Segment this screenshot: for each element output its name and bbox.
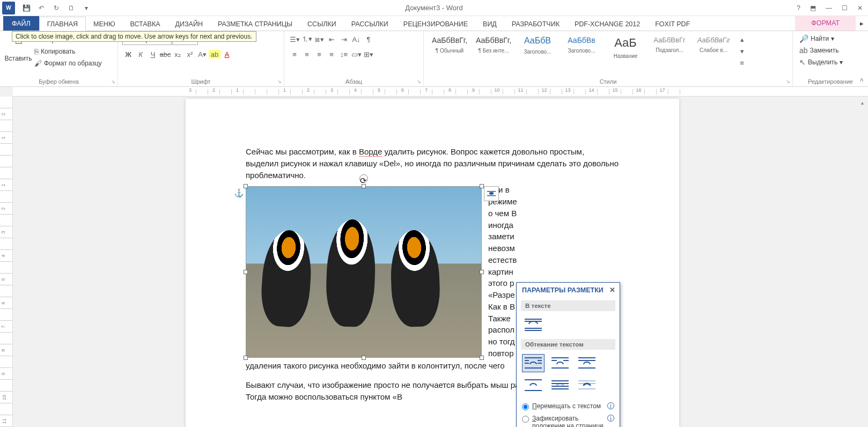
resize-handle-br[interactable]	[480, 356, 484, 360]
resize-handle-tr[interactable]	[480, 184, 484, 188]
style-item[interactable]: АаБбВвГг,¶ Без инте...	[472, 33, 515, 65]
redo-button[interactable]: ↻	[49, 1, 63, 15]
info-icon[interactable]: i	[607, 402, 614, 409]
layout-inline[interactable]	[522, 315, 545, 334]
shading-button[interactable]: ▭▾	[350, 48, 362, 60]
tab-references[interactable]: ССЫЛКИ	[300, 17, 344, 31]
layout-through[interactable]	[576, 354, 598, 372]
horizontal-ruler[interactable]: 3211234567891011121314151617	[13, 87, 868, 97]
tab-home[interactable]: ГЛАВНАЯ	[39, 17, 86, 31]
underline-button[interactable]: Ч	[147, 48, 159, 60]
styles-scroll-down[interactable]: ▾	[736, 45, 748, 57]
new-doc-button[interactable]: 🗋	[64, 1, 78, 15]
resize-handle-rm[interactable]	[480, 270, 484, 274]
format-painter-button[interactable]: 🖌Формат по образцу	[32, 58, 104, 69]
vertical-ruler[interactable]: 211234567891011	[0, 97, 13, 427]
select-button[interactable]: ↖Выделить ▾	[797, 57, 845, 68]
clipboard-dialog-launcher[interactable]: ↘	[111, 79, 115, 84]
line-spacing-button[interactable]: ↕≡	[338, 48, 350, 60]
justify-button[interactable]: ≡	[326, 48, 337, 60]
sort-button[interactable]: A↓	[350, 33, 362, 45]
resize-handle-tm[interactable]	[362, 184, 366, 188]
ribbon-display-button[interactable]: ⬒	[808, 4, 818, 12]
numbering-button[interactable]: ⒈▾	[301, 33, 313, 45]
increase-indent-button[interactable]: ⇥	[338, 33, 350, 45]
selected-image[interactable]: ⚓ ⟳	[246, 186, 482, 358]
paragraph-dialog-launcher[interactable]: ↘	[417, 79, 421, 84]
style-item[interactable]: АаБбВЗаголово...	[516, 33, 559, 65]
style-item[interactable]: АаБбВвГгСлабое в...	[692, 33, 735, 65]
font-dialog-launcher[interactable]: ↘	[277, 79, 282, 84]
align-left-button[interactable]: ≡	[289, 48, 300, 60]
tab-mailings[interactable]: РАССЫЛКИ	[344, 17, 396, 31]
svg-rect-9	[525, 363, 529, 364]
resize-handle-bm[interactable]	[362, 356, 366, 360]
help-button[interactable]: ?	[795, 4, 803, 12]
radio-fix-position[interactable]: Зафиксировать положение на странице i	[522, 413, 614, 427]
anchor-icon[interactable]: ⚓	[234, 187, 244, 199]
radio-fix-input[interactable]	[522, 416, 529, 423]
save-button[interactable]: 💾	[19, 1, 33, 15]
superscript-button[interactable]: x²	[184, 48, 196, 60]
tab-developer[interactable]: РАЗРАБОТЧИК	[504, 17, 567, 31]
style-item[interactable]: АаБбВвЗаголово...	[560, 33, 603, 65]
style-item[interactable]: АаБНазвание	[604, 33, 647, 65]
restore-button[interactable]: ☐	[840, 4, 850, 12]
replace-button[interactable]: abЗаменить	[797, 45, 841, 56]
rotate-handle[interactable]: ⟳	[359, 174, 368, 183]
tab-view[interactable]: ВИД	[475, 17, 504, 31]
styles-more-button[interactable]: ≡	[736, 57, 748, 69]
tab-foxit[interactable]: Foxit PDF	[648, 17, 697, 31]
align-center-button[interactable]: ≡	[301, 48, 313, 60]
collapse-ribbon-button[interactable]: ʌ	[860, 76, 864, 83]
tab-menu[interactable]: Меню	[86, 17, 122, 31]
resize-handle-lm[interactable]	[244, 270, 248, 274]
scroll-up-button[interactable]: ▴	[857, 98, 867, 107]
tab-review[interactable]: РЕЦЕНЗИРОВАНИЕ	[396, 17, 475, 31]
info-icon[interactable]: i	[607, 415, 614, 422]
layout-square[interactable]	[522, 354, 545, 372]
tab-insert[interactable]: ВСТАВКА	[123, 17, 168, 31]
layout-behind-text[interactable]	[549, 377, 571, 395]
styles-dialog-launcher[interactable]: ↘	[786, 79, 790, 84]
close-button[interactable]: ✕	[855, 4, 865, 12]
align-right-button[interactable]: ≡	[313, 48, 325, 60]
popup-close-button[interactable]: ✕	[609, 286, 615, 294]
strikethrough-button[interactable]: abc	[159, 48, 171, 60]
layout-front-text[interactable]	[576, 377, 598, 395]
radio-move-input[interactable]	[522, 403, 529, 410]
bold-button[interactable]: Ж	[122, 48, 134, 60]
tab-file[interactable]: ФАЙЛ	[3, 16, 39, 31]
styles-gallery[interactable]: АаБбВвГг,¶ ОбычныйАаБбВвГг,¶ Без инте...…	[428, 33, 735, 65]
tab-overflow[interactable]: ▸	[856, 16, 868, 31]
group-editing-label: Редактирование	[793, 78, 868, 85]
text-effects-button[interactable]: A▾	[196, 48, 208, 60]
layout-top-bottom[interactable]	[522, 377, 545, 395]
tab-pdf-xchange[interactable]: PDF-XChange 2012	[567, 17, 648, 31]
font-color-button[interactable]: A	[221, 48, 233, 60]
find-button[interactable]: 🔎Найти ▾	[797, 33, 836, 44]
radio-move-with-text[interactable]: ППеремещать с текстомеремещать с текстом…	[522, 400, 614, 413]
layout-tight[interactable]	[549, 354, 571, 372]
show-marks-button[interactable]: ¶	[363, 33, 374, 45]
decrease-indent-button[interactable]: ⇤	[326, 33, 337, 45]
tab-page-layout[interactable]: РАЗМЕТКА СТРАНИЦЫ	[210, 17, 300, 31]
tab-format[interactable]: ФОРМАТ	[795, 16, 856, 31]
minimize-button[interactable]: —	[823, 4, 834, 12]
italic-button[interactable]: К	[135, 48, 146, 60]
subscript-button[interactable]: x₂	[172, 48, 183, 60]
tab-design[interactable]: ДИЗАЙН	[168, 17, 210, 31]
borders-button[interactable]: ⊞▾	[363, 48, 374, 60]
highlight-button[interactable]: ab	[209, 50, 220, 58]
resize-handle-tl[interactable]	[244, 184, 248, 188]
styles-scroll-up[interactable]: ▴	[736, 33, 748, 45]
customize-qat-button[interactable]: ▾	[79, 1, 93, 15]
bullets-button[interactable]: ☰▾	[289, 33, 300, 45]
layout-options-button[interactable]	[484, 186, 499, 201]
multilevel-list-button[interactable]: ≣▾	[313, 33, 325, 45]
style-item[interactable]: АаБбВвГгПодзагол...	[648, 33, 691, 65]
copy-button[interactable]: ⎘Копировать	[32, 46, 104, 57]
style-item[interactable]: АаБбВвГг,¶ Обычный	[428, 33, 471, 65]
undo-button[interactable]: ↶	[34, 1, 48, 15]
resize-handle-bl[interactable]	[244, 356, 248, 360]
